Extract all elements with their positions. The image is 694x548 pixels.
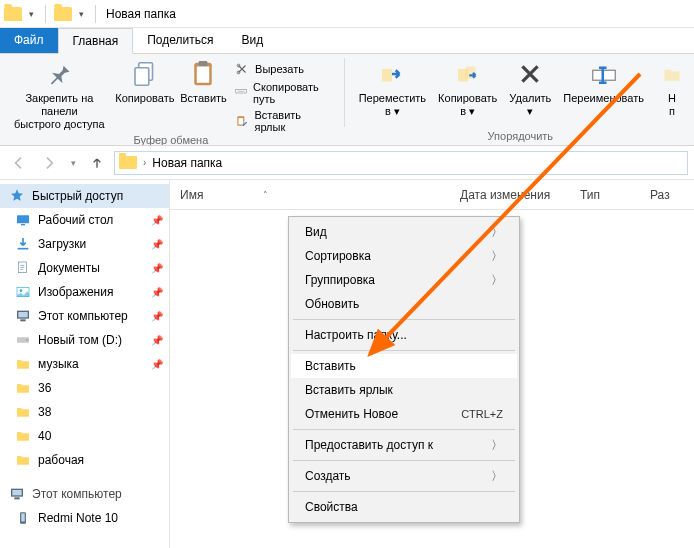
sidebar-item-36[interactable]: 36 <box>0 376 169 400</box>
ctx-undo[interactable]: Отменить НовоеCTRL+Z <box>291 402 517 426</box>
sidebar-item-label: Документы <box>38 261 100 275</box>
sidebar-item-label: 36 <box>38 381 51 395</box>
sidebar-item-music[interactable]: музыка 📌 <box>0 352 169 376</box>
nav-up-button[interactable] <box>84 150 110 176</box>
pictures-icon <box>14 284 32 300</box>
sidebar-item-documents[interactable]: Документы 📌 <box>0 256 169 280</box>
sidebar-item-pictures[interactable]: Изображения 📌 <box>0 280 169 304</box>
svg-rect-11 <box>17 215 29 223</box>
sidebar-item-label: рабочая <box>38 453 84 467</box>
pin-icon: 📌 <box>151 287 163 298</box>
sidebar-item-38[interactable]: 38 <box>0 400 169 424</box>
address-bar[interactable]: › Новая папка <box>114 151 688 175</box>
window-title: Новая папка <box>106 7 176 21</box>
organize-group-label: Упорядочить <box>353 130 688 145</box>
path-icon <box>234 85 248 101</box>
downloads-icon <box>14 236 32 252</box>
pin-icon: 📌 <box>151 239 163 250</box>
rename-icon <box>588 58 620 90</box>
app-folder-icon <box>4 7 22 21</box>
svg-rect-1 <box>135 68 149 86</box>
ctx-new[interactable]: Создать〉 <box>291 464 517 488</box>
sort-indicator-icon: ˄ <box>263 190 268 200</box>
tab-file[interactable]: Файл <box>0 28 58 53</box>
tab-view[interactable]: Вид <box>227 28 277 53</box>
move-to-button[interactable]: Переместить в ▾ <box>353 56 432 120</box>
ctx-group[interactable]: Группировка〉 <box>291 268 517 292</box>
sidebar-item-label: Рабочий стол <box>38 213 113 227</box>
cut-button[interactable]: Вырезать <box>230 60 336 78</box>
ctx-properties[interactable]: Свойства <box>291 495 517 519</box>
ctx-refresh[interactable]: Обновить <box>291 292 517 316</box>
pin-quickaccess-button[interactable]: Закрепить на панели быстрого доступа <box>6 56 113 133</box>
sidebar-item-phone[interactable]: Redmi Note 10 <box>0 506 169 530</box>
sidebar-item-label: 40 <box>38 429 51 443</box>
copy-to-button[interactable]: Копировать в ▾ <box>432 56 503 120</box>
rename-button[interactable]: Переименовать <box>557 56 650 107</box>
qat-dropdown-1[interactable]: ▾ <box>26 9 37 19</box>
chevron-right-icon: 〉 <box>491 437 503 454</box>
svg-point-15 <box>20 289 23 292</box>
sidebar-item-desktop[interactable]: Рабочий стол 📌 <box>0 208 169 232</box>
ctx-paste-shortcut[interactable]: Вставить ярлык <box>291 378 517 402</box>
ctx-sort[interactable]: Сортировка〉 <box>291 244 517 268</box>
drive-icon <box>14 332 32 348</box>
nav-forward-button[interactable] <box>36 150 62 176</box>
sidebar-item-label: Этот компьютер <box>38 309 128 323</box>
pin-icon: 📌 <box>151 215 163 226</box>
sidebar-item-thispc[interactable]: Этот компьютер 📌 <box>0 304 169 328</box>
svg-rect-4 <box>199 61 208 66</box>
column-name[interactable]: Имя ˄ <box>170 188 450 202</box>
chevron-right-icon: 〉 <box>491 272 503 289</box>
column-type[interactable]: Тип <box>570 188 640 202</box>
clipboard-icon <box>187 58 219 90</box>
copy-button[interactable]: Копировать <box>113 56 177 107</box>
folder-icon <box>14 356 32 372</box>
svg-rect-22 <box>12 490 21 495</box>
phone-icon <box>14 510 32 526</box>
chevron-right-icon: 〉 <box>491 468 503 485</box>
column-size[interactable]: Раз <box>640 188 680 202</box>
address-segment[interactable]: Новая папка <box>152 156 222 170</box>
sidebar-item-40[interactable]: 40 <box>0 424 169 448</box>
svg-rect-25 <box>21 513 25 521</box>
nav-recent-dropdown[interactable]: ▾ <box>66 150 80 176</box>
folder-icon <box>14 380 32 396</box>
new-folder-partial-button[interactable]: Н п <box>650 56 688 120</box>
svg-rect-17 <box>18 312 27 317</box>
column-headers: Имя ˄ Дата изменения Тип Раз <box>170 180 694 210</box>
paste-button[interactable]: Вставить <box>177 56 230 107</box>
sidebar-item-drive-d[interactable]: Новый том (D:) 📌 <box>0 328 169 352</box>
copy-to-icon <box>452 58 484 90</box>
svg-rect-12 <box>21 224 25 225</box>
sidebar-item-label: Новый том (D:) <box>38 333 122 347</box>
shortcut-icon <box>234 113 249 129</box>
tab-home[interactable]: Главная <box>58 28 134 54</box>
sidebar-section-thispc[interactable]: Этот компьютер <box>0 482 169 506</box>
ctx-customize[interactable]: Настроить папку... <box>291 323 517 347</box>
sidebar: Быстрый доступ Рабочий стол 📌 Загрузки 📌… <box>0 180 170 548</box>
ctx-paste[interactable]: Вставить <box>291 354 517 378</box>
tab-share[interactable]: Поделиться <box>133 28 227 53</box>
nav-back-button[interactable] <box>6 150 32 176</box>
address-chevron-icon[interactable]: › <box>143 157 146 168</box>
qat-dropdown-2[interactable]: ▾ <box>76 9 87 19</box>
ribbon-tabs: Файл Главная Поделиться Вид <box>0 28 694 54</box>
address-folder-icon <box>119 156 137 169</box>
delete-button[interactable]: Удалить ▾ <box>503 56 557 120</box>
documents-icon <box>14 260 32 276</box>
copy-icon <box>129 58 161 90</box>
column-date[interactable]: Дата изменения <box>450 188 570 202</box>
copy-path-button[interactable]: Скопировать путь <box>230 80 336 106</box>
desktop-icon <box>14 212 32 228</box>
sidebar-quick-access[interactable]: Быстрый доступ <box>0 184 169 208</box>
sidebar-item-downloads[interactable]: Загрузки 📌 <box>0 232 169 256</box>
sidebar-item-rabochaya[interactable]: рабочая <box>0 448 169 472</box>
move-to-icon <box>376 58 408 90</box>
pin-icon: 📌 <box>151 335 163 346</box>
navbar: ▾ › Новая папка <box>0 146 694 180</box>
ctx-view[interactable]: Вид〉 <box>291 220 517 244</box>
sidebar-item-label: Redmi Note 10 <box>38 511 118 525</box>
ctx-share-access[interactable]: Предоставить доступ к〉 <box>291 433 517 457</box>
paste-shortcut-button[interactable]: Вставить ярлык <box>230 108 336 134</box>
